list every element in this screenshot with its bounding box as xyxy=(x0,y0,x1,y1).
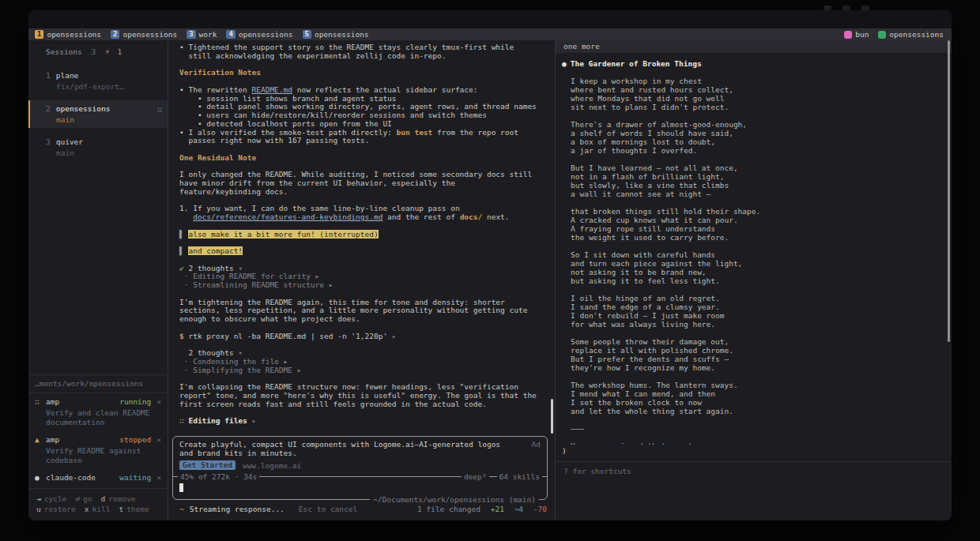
terminal-text: report" tone, and more "here's why this … xyxy=(179,391,537,400)
terminal-text: 2 thoughts xyxy=(188,264,238,272)
agent-badge-icon: ∷ xyxy=(157,105,162,114)
opensessions-label: opensessions xyxy=(889,30,944,39)
agent-row-amp-running[interactable]: ∷ amp running × Verify and clean README … xyxy=(35,397,161,426)
poem-line: I sand the edge of a clumsy year. xyxy=(571,302,945,311)
terminal-text: · Simplifying the README ▸ xyxy=(179,366,301,374)
terminal-text: • session list shows branch and agent st… xyxy=(179,94,397,103)
poem-line: but asking it to feel less tight. xyxy=(571,276,945,285)
user-message-header: one more xyxy=(556,40,952,53)
terminal-text: 1. If you want, I can do the same line-b… xyxy=(179,204,460,212)
poem-line: A cracked cup knows what it can pour. xyxy=(571,216,945,224)
session-name: opensessions xyxy=(56,104,111,113)
terminal-text: ▾ xyxy=(238,348,243,357)
agent-name: amp xyxy=(46,397,119,406)
prompt-input-box[interactable]: Create playful, compact UI components wi… xyxy=(172,436,548,500)
terminal-line: still acknowledging the experimental zel… xyxy=(179,52,548,61)
agent-task-description: Verify and clean README documentation xyxy=(35,408,161,426)
desktop: 1 opensessions 2 opensessions 3 work 4 o… xyxy=(0,0,980,541)
poem-line xyxy=(571,329,945,337)
ad-url: www.logome.ai xyxy=(243,461,301,470)
tmux-window-1[interactable]: 1 opensessions xyxy=(35,30,101,39)
poem-line: where bent and rusted hours collect, xyxy=(571,85,945,94)
poem-line: a jar of thoughts I overfed. xyxy=(571,146,945,155)
streaming-status: Streaming response... xyxy=(190,505,285,513)
session-name: plane xyxy=(56,71,79,80)
tmux-window-5[interactable]: 5 opensessions xyxy=(303,30,369,39)
poem-line: and let the whole thing start again. xyxy=(571,407,945,415)
terminal-line: feature/keybinding docs. xyxy=(179,188,548,197)
window-name: work xyxy=(199,30,217,39)
poem-line: not in a flash of brilliant light, xyxy=(571,172,945,181)
working-directory-path: …ments/work/opensessions xyxy=(28,374,168,393)
context-usage: 45% of 272k · 34s xyxy=(178,472,259,481)
terminal-line: · Streamlining README structure ▸ xyxy=(179,281,548,290)
poem-line xyxy=(571,433,945,441)
get-started-button[interactable]: Get Started xyxy=(179,460,236,470)
key-glyph: x xyxy=(85,505,89,513)
terminal-text: bun test xyxy=(397,128,433,137)
agent-close-button[interactable]: × xyxy=(156,397,161,406)
tmux-window-4[interactable]: 4 opensessions xyxy=(226,30,292,39)
terminal-text: Verification Notes xyxy=(179,68,261,77)
terminal-text: from the repo root xyxy=(432,128,518,137)
tmux-window-3[interactable]: 3 work xyxy=(187,30,217,39)
diff-added: +21 xyxy=(491,505,504,513)
window-number-badge: 3 xyxy=(187,30,195,39)
agent-row-claude-code[interactable]: ● claude-code waiting × xyxy=(35,473,161,482)
terminal-text: 2 thoughts xyxy=(179,348,238,357)
terminal-text: also make it a bit more fun! (interrupte… xyxy=(188,230,378,239)
poem-line xyxy=(571,155,945,163)
poem-line: a wall it cannot see at night — xyxy=(571,190,945,198)
tmux-status-bar: 1 opensessions 2 opensessions 3 work 4 o… xyxy=(28,28,952,40)
tmux-status-right: bun opensessions xyxy=(844,30,945,39)
agent-close-button[interactable]: × xyxy=(156,473,161,482)
sessions-title: Sessions xyxy=(46,47,82,56)
scrollbar-thumb[interactable] xyxy=(948,40,950,342)
input-box-divider: 45% of 272k · 34s deep³ 64 skills xyxy=(173,472,547,480)
agent-name: amp xyxy=(46,435,119,444)
poem-line: for what was always living here. xyxy=(571,320,945,329)
session-number: 3 xyxy=(46,137,51,146)
terminal-line: · Simplifying the README ▸ xyxy=(179,366,548,375)
tmux-window-2[interactable]: 2 opensessions xyxy=(111,30,177,39)
poem-line: I don't rebuild — I just make room xyxy=(571,311,945,320)
poem-line: But I have learned — not all at once, xyxy=(571,163,945,172)
diff-removed: -70 xyxy=(533,505,547,513)
text-cursor xyxy=(179,483,183,492)
terminal-text: • detail panel shows working directory, … xyxy=(179,102,537,111)
agent-row-amp-stopped[interactable]: ▲ amp stopped × Verify README against co… xyxy=(35,435,161,464)
poem-line: replace it all with polished chrome. xyxy=(571,346,945,355)
terminal-window: 1 opensessions 2 opensessions 3 work 4 o… xyxy=(28,10,952,520)
chat-panel: one more ●The Gardener of Broken Things … xyxy=(556,40,952,520)
terminal-line: One Residual Note xyxy=(179,154,548,163)
session-item-quiver[interactable]: 3quiver main xyxy=(28,133,168,161)
file-link[interactable]: docs/reference/features-and-keybindings.… xyxy=(193,212,383,221)
terminal-text: • The rewritten xyxy=(179,85,252,94)
poem-body: I keep a workshop in my chestwhere bent … xyxy=(562,77,945,445)
warning-icon: ▲ xyxy=(35,435,44,444)
terminal-text: and compact! xyxy=(188,246,243,255)
scrollbar-thumb[interactable] xyxy=(551,399,553,434)
key-label: remove xyxy=(108,494,135,503)
poem-title: The Gardener of Broken Things xyxy=(571,59,702,68)
terminal-line: ∷ Editing files ▸ xyxy=(179,417,548,425)
key-glyph: d xyxy=(101,494,106,503)
agent-list: ∷ amp running × Verify and clean README … xyxy=(28,393,168,488)
poem-line: The workshop hums. The lantern sways. xyxy=(571,381,945,389)
sessions-sidebar: Sessions 3 ⚡ 1 1plane fix/pdf-export… 2 xyxy=(28,40,168,520)
poem-line: where Mondays that did not go well xyxy=(571,94,945,103)
poem-line: sit next to plans I didn't protect. xyxy=(571,103,945,111)
window-number-badge: 2 xyxy=(111,30,119,39)
agent-close-button[interactable]: × xyxy=(156,435,161,444)
session-item-plane[interactable]: 1plane fix/pdf-export… xyxy=(28,67,168,95)
session-item-opensessions[interactable]: 2opensessions main ∷ xyxy=(28,100,168,128)
terminal-line: Verification Notes xyxy=(179,69,548,77)
terminal-text: ▸ xyxy=(392,332,397,340)
session-name: quiver xyxy=(56,137,83,146)
file-link[interactable]: README.md xyxy=(252,85,292,94)
terminal-text: docs/ xyxy=(460,212,483,221)
cwd-label: ~/Documents/work/opensessions (main) xyxy=(370,495,539,504)
window-number-badge: 4 xyxy=(226,30,235,39)
agent-status: stopped xyxy=(119,435,151,444)
tmux-window-list: 1 opensessions 2 opensessions 3 work 4 o… xyxy=(35,30,844,39)
